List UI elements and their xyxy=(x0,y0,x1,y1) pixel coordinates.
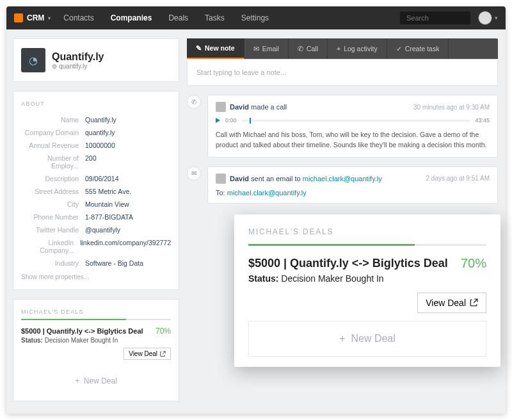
tab-email[interactable]: ✉Email xyxy=(244,38,289,59)
deal-status: Status: Decision Maker Bought In xyxy=(21,337,171,344)
overlay-deal-status: Status: Decision Maker Bought In xyxy=(248,273,486,284)
audio-duration: 43:45 xyxy=(475,117,490,124)
deal-progress-bar xyxy=(21,319,171,320)
property-row: LinkedIn Company...linkedin.com/company/… xyxy=(21,236,171,257)
pencil-icon: ✎ xyxy=(196,44,202,52)
property-row: Phone Number1-877-BIGDATA xyxy=(21,211,171,223)
user-avatar[interactable] xyxy=(478,11,492,25)
search-input[interactable] xyxy=(400,12,470,24)
company-logo-icon: ◔ xyxy=(21,48,45,72)
deals-overlay: MICHAEL'S DEALS $5000 | Quantify.ly <-> … xyxy=(234,214,500,367)
property-key: Twitter Handle xyxy=(21,226,85,234)
overlay-section-label: MICHAEL'S DEALS xyxy=(248,227,486,236)
external-link-icon xyxy=(469,298,478,307)
property-row: Description09/06/2014 xyxy=(21,172,171,185)
globe-icon: ⊚ xyxy=(52,63,57,70)
overlay-deal-percentage: 70% xyxy=(461,256,486,271)
email-type-icon: ✉ xyxy=(187,166,201,181)
property-value[interactable]: quantify.ly xyxy=(85,129,171,136)
brand-label: CRM xyxy=(27,13,44,22)
top-nav: CRM ▾ Contacts Companies Deals Tasks Set… xyxy=(6,6,506,29)
check-icon: ✓ xyxy=(396,45,402,52)
nav-deals[interactable]: Deals xyxy=(168,13,188,22)
play-button[interactable] xyxy=(216,118,220,123)
property-key: Industry xyxy=(21,259,85,267)
audio-scrubber[interactable] xyxy=(242,120,470,122)
property-value[interactable]: 1-877-BIGDATA xyxy=(85,213,171,221)
call-type-icon: ✆ xyxy=(187,95,201,109)
tab-log-activity[interactable]: +Log activity xyxy=(328,38,387,59)
property-value[interactable]: 10000000 xyxy=(85,141,171,149)
call-notes: Call with Michael and his boss, Tom, who… xyxy=(216,130,490,150)
note-input[interactable]: Start typing to leave a note... xyxy=(187,59,498,86)
property-key: Number of Employ... xyxy=(21,154,85,170)
nav-settings[interactable]: Settings xyxy=(241,13,269,22)
property-row: NameQuantify.ly xyxy=(21,113,171,126)
activity-email-card: David sent an email to michael.clark@qua… xyxy=(207,166,498,204)
left-panel: ◔ Quantify.ly ⊚ quantify.ly ABOUT NameQu… xyxy=(6,29,186,414)
deals-section-label: MICHAEL'S DEALS xyxy=(21,309,171,315)
activity-action: made a call xyxy=(251,103,287,111)
company-header-card: ◔ Quantify.ly ⊚ quantify.ly xyxy=(13,38,179,82)
activity-action: sent an email to xyxy=(251,175,301,182)
property-key: City xyxy=(21,200,85,208)
property-value[interactable]: @quantifyly xyxy=(85,226,171,234)
brand-menu[interactable]: CRM ▾ xyxy=(14,13,51,22)
activity-call-card: David made a call 30 minutes ago at 9:30… xyxy=(207,95,498,158)
property-value[interactable]: 200 xyxy=(85,154,171,162)
property-row: Number of Employ...200 xyxy=(21,152,171,172)
plus-icon: + xyxy=(337,45,340,52)
nav-companies[interactable]: Companies xyxy=(111,13,152,22)
envelope-icon: ✉ xyxy=(253,45,259,52)
overlay-view-deal-button[interactable]: View Deal xyxy=(417,293,486,313)
external-link-icon xyxy=(159,351,166,357)
actor-name: David xyxy=(230,103,249,111)
actor-avatar xyxy=(216,102,226,112)
tab-new-note[interactable]: ✎New note xyxy=(187,38,244,59)
about-label: ABOUT xyxy=(21,101,171,107)
company-name: Quantify.ly xyxy=(52,51,104,63)
tab-create-task[interactable]: ✓Create task xyxy=(387,38,449,59)
deals-card: MICHAEL'S DEALS $5000 | Quantify.ly <-> … xyxy=(13,299,179,401)
user-menu-chevron-icon[interactable]: ▾ xyxy=(495,15,498,21)
actor-avatar xyxy=(216,174,226,184)
property-row: CityMountain View xyxy=(21,198,171,211)
about-card: ABOUT NameQuantify.lyCompany Domainquant… xyxy=(13,91,179,290)
nav-contacts[interactable]: Contacts xyxy=(63,13,93,22)
property-key: Company Domain xyxy=(21,129,85,136)
property-value[interactable]: linkedin.com/company/392772 xyxy=(80,239,171,246)
view-deal-button[interactable]: View Deal xyxy=(124,348,171,360)
plus-icon: + xyxy=(339,333,345,344)
property-value[interactable]: 555 Metric Ave. xyxy=(85,188,171,195)
tab-call[interactable]: ✆Call xyxy=(289,38,328,59)
property-row: Street Address555 Metric Ave. xyxy=(21,185,171,198)
email-recipient-link[interactable]: michael.clark@quantify.ly xyxy=(303,175,382,182)
activity-tabs: ✎New note ✉Email ✆Call +Log activity ✓Cr… xyxy=(187,38,498,59)
property-key: Annual Revenue xyxy=(21,141,85,149)
new-deal-button[interactable]: + New Deal xyxy=(21,370,171,392)
company-url[interactable]: ⊚ quantify.ly xyxy=(52,63,104,70)
email-to-link[interactable]: michael.clark@quantify.ly xyxy=(227,189,307,197)
audio-current-time: 0:00 xyxy=(225,117,237,124)
email-to-label: To: xyxy=(216,189,225,197)
show-more-properties[interactable]: Show more properties... xyxy=(21,273,171,280)
property-value[interactable]: Software - Big Data xyxy=(85,259,171,267)
actor-name: David xyxy=(230,175,249,182)
property-value[interactable]: Mountain View xyxy=(85,200,171,208)
property-value[interactable]: Quantify.ly xyxy=(85,116,171,124)
plus-icon: + xyxy=(75,376,79,385)
property-key: Street Address xyxy=(21,188,85,195)
brand-logo-icon xyxy=(14,13,23,22)
property-row: IndustrySoftware - Big Data xyxy=(21,257,171,270)
property-key: Description xyxy=(21,175,85,182)
overlay-new-deal-button[interactable]: + New Deal xyxy=(248,321,486,357)
property-key: LinkedIn Company... xyxy=(21,239,80,254)
chevron-down-icon: ▾ xyxy=(48,15,51,21)
deal-percentage: 70% xyxy=(156,327,171,335)
activity-time: 30 minutes ago at 9:30 AM xyxy=(413,104,490,111)
deal-title: $5000 | Quantify.ly <-> Biglytics Deal xyxy=(21,327,143,335)
property-value[interactable]: 09/06/2014 xyxy=(85,175,171,182)
activity-time: 2 days ago at 9:51 AM xyxy=(426,175,490,182)
phone-icon: ✆ xyxy=(298,45,303,52)
nav-tasks[interactable]: Tasks xyxy=(205,13,225,22)
